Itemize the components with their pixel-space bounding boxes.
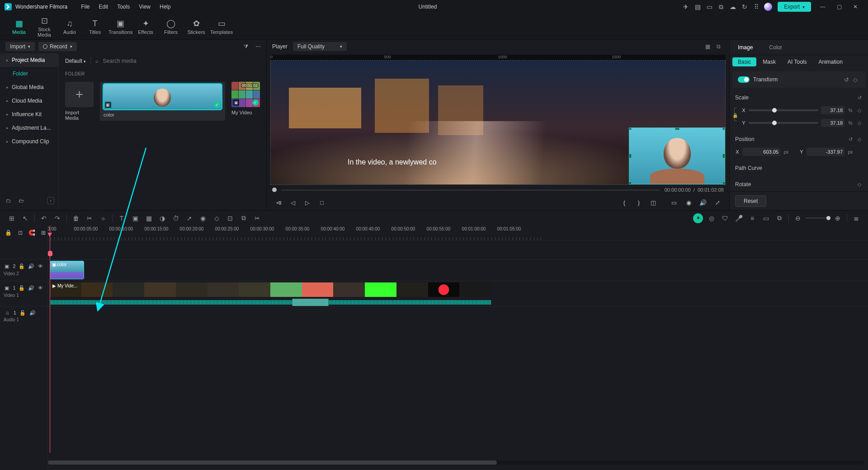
resize-handle[interactable] [722,154,725,158]
reset-icon[interactable]: ↺ [847,136,854,142]
keyframe-icon[interactable]: ◇ [856,120,863,126]
tab-color[interactable]: Color [761,40,790,55]
close-icon[interactable]: ✕ [847,0,863,14]
transform-toggle[interactable] [738,76,750,83]
search-input[interactable] [103,58,260,64]
zoom-slider[interactable] [805,217,830,219]
category-templates[interactable]: ▭Templates [210,19,233,35]
resize-handle[interactable] [629,154,632,158]
media-thumb-import-media[interactable]: +Import Media [65,82,94,121]
meter-icon[interactable]: ≡ [746,212,759,225]
keyframe-icon[interactable]: ◇ [856,107,863,113]
zoom-out-icon[interactable]: ⊖ [792,212,804,225]
more-icon[interactable]: ⋯ [255,43,261,50]
tl-link-icon[interactable]: ⊡ [16,229,24,237]
new-folder-icon[interactable]: 🗀 [5,197,13,205]
mute-icon[interactable]: 🔊 [28,284,34,291]
link-icon[interactable]: ⧉ [773,212,786,225]
unlink-icon[interactable]: ✂ [251,212,264,225]
output-icon[interactable]: ▭ [760,212,772,225]
sidebar-item-project-media[interactable]: ▸Project Media [0,53,58,67]
collapse-sidebar-icon[interactable]: ‹ [47,197,54,204]
clip-color[interactable]: ▣ color [50,261,84,279]
import-button[interactable]: Import [5,42,35,51]
category-transitions[interactable]: ▣Transitions [108,19,132,35]
scale-y-slider[interactable] [749,122,818,124]
category-stock-media[interactable]: ⊡Stock Media [33,16,56,38]
ai-button[interactable]: ✦ [692,212,704,225]
mute-icon[interactable]: 🔊 [29,309,36,316]
track-type-icon[interactable]: ▣ [4,284,10,291]
play-icon[interactable]: ▷ [301,196,314,209]
record-button[interactable]: Record [38,42,77,51]
preview-canvas[interactable]: In the video, a newlywed co [270,55,726,185]
group-icon[interactable]: ⊡ [224,212,236,225]
sidebar-item-folder[interactable]: Folder [0,67,58,80]
stop-icon[interactable]: □ [316,196,328,209]
scale-icon[interactable]: ▣ [129,212,142,225]
tab-image[interactable]: Image [730,40,761,55]
reset-icon[interactable]: ↺ [842,75,851,84]
sidebar-item-cloud-media[interactable]: ▸Cloud Media [0,94,58,108]
redo-icon[interactable]: ↷ [51,212,64,225]
maximize-icon[interactable]: ▢ [831,0,847,14]
sort-default[interactable]: Default [65,58,86,64]
quality-select[interactable]: Full Quality [293,42,347,51]
category-effects[interactable]: ✦Effects [134,19,157,35]
speed-icon[interactable]: ⏱ [170,212,182,225]
sidebar-item-compound-clip[interactable]: ▸Compound Clip [0,135,58,148]
avatar[interactable] [762,1,774,13]
resize-handle[interactable] [722,182,725,184]
crop-icon[interactable]: ◫ [647,196,660,209]
category-audio[interactable]: ♫Audio [58,19,81,35]
resize-handle[interactable] [675,127,679,130]
track-video2[interactable]: ▣ color [48,259,868,281]
menu-view[interactable]: View [134,0,155,14]
keyframe-icon[interactable]: ◇ [851,75,860,84]
minimize-icon[interactable]: — [815,0,831,14]
display-out-icon[interactable]: ▭ [668,196,680,209]
media-thumb-my-video[interactable]: ▣00:01:02✓My Video [231,82,260,121]
correct-icon[interactable]: ➚ [183,212,196,225]
export-button[interactable]: Export [778,2,811,12]
menu-file[interactable]: File [76,0,94,14]
layout-icon[interactable]: ⊞ [5,212,18,225]
apps-icon[interactable]: ⠿ [750,1,762,13]
picture-icon[interactable]: ⧉ [713,41,724,52]
media-thumb-color[interactable]: ▣✓color [100,82,225,121]
audio-icon[interactable]: 🔊 [697,196,709,209]
timeline-scrollbar[interactable] [48,461,864,465]
category-filters[interactable]: ◯Filters [159,19,183,35]
lock-icon[interactable]: 🔓 [18,284,25,291]
scale-y-input[interactable] [821,119,844,127]
undo-icon[interactable]: ↶ [38,212,50,225]
lock-icon[interactable]: 🔓 [18,263,25,270]
resize-handle[interactable] [675,182,679,184]
render-icon[interactable]: ▦ [142,212,155,225]
mark-in-icon[interactable]: { [618,196,631,209]
resize-handle[interactable] [629,127,632,130]
track-video1[interactable]: ▶ My Vide... [48,281,868,306]
category-titles[interactable]: TTitles [83,19,107,35]
visible-icon[interactable]: 👁 [37,284,44,291]
playhead-scrub[interactable] [272,188,277,192]
zoom-in-icon[interactable]: ⊕ [831,212,844,225]
playhead[interactable] [50,226,50,453]
subtab-basic[interactable]: Basic [732,57,756,66]
crop-icon[interactable]: ⟐ [97,212,109,225]
tl-lock-icon[interactable]: 🔒 [5,229,13,237]
sidebar-item-influence-kit[interactable]: ▸Influence Kit [0,108,58,121]
keyframe-tl-icon[interactable]: ◉ [197,212,209,225]
text-icon[interactable]: T [115,212,128,225]
shield-icon[interactable]: 🛡 [719,212,731,225]
visible-icon[interactable]: 👁 [37,263,44,270]
grid-view-icon[interactable]: ▦ [702,41,713,52]
tl-snap-icon[interactable]: ⊞ [39,229,47,237]
sidebar-item-adjustment-la---[interactable]: ▸Adjustment La... [0,121,58,135]
category-stickers[interactable]: ✿Stickers [184,19,208,35]
category-media[interactable]: ▦Media [7,19,31,35]
subtab-mask[interactable]: Mask [757,57,781,66]
prev-frame-icon[interactable]: ⧏ [272,196,285,209]
screens-icon[interactable]: ⧉ [715,1,727,13]
tag-icon[interactable]: ◇ [210,212,223,225]
